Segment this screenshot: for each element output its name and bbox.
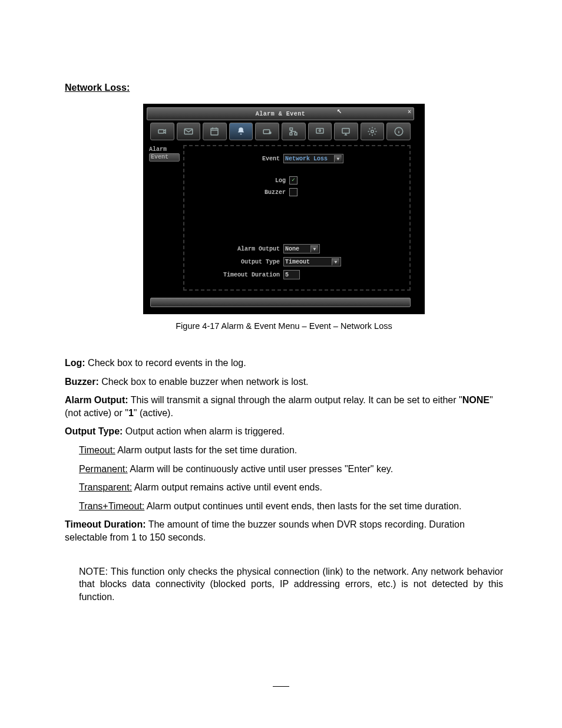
alarm-output-bold: Alarm Output: [65, 395, 128, 405]
page-footer-rule [273, 686, 289, 687]
timeout-duration-value: 5 [285, 272, 289, 278]
buzzer-label: Buzzer [265, 189, 286, 196]
ao-pre: This will transmit a signal through the … [128, 395, 462, 405]
timeout-duration-bold: Timeout Duration: [65, 519, 146, 529]
timeout-duration-label: Timeout Duration [223, 272, 280, 278]
event-label: Event [262, 156, 280, 162]
buzzer-checkbox[interactable] [289, 188, 297, 196]
window-titlebar: Alarm & Event × ↖ [147, 107, 414, 120]
output-type-bold: Output Type: [65, 426, 123, 436]
sidebar: Alarm Event [147, 144, 182, 294]
ao-one: 1 [128, 408, 134, 418]
log-label: Log [275, 177, 286, 184]
chevron-down-icon: ▼ [332, 258, 339, 265]
note-bold: NOTE: [79, 566, 108, 577]
rec-disk-icon[interactable] [255, 123, 279, 140]
trans-timeout-u: Trans+Timeout: [79, 501, 144, 511]
perm-bold: Enter [348, 464, 371, 474]
para-note: NOTE: This function only checks the phys… [65, 565, 503, 604]
ao-none: NONE [462, 395, 490, 405]
log-bold: Log: [65, 358, 85, 368]
svg-rect-8 [316, 129, 323, 133]
para-buzzer: Buzzer: Check box to enable buzzer when … [65, 375, 503, 388]
event-value: Network Loss [285, 156, 328, 162]
alarm-output-label: Alarm Output [237, 246, 280, 252]
timeout-u: Timeout: [79, 445, 115, 455]
sidebar-item-event[interactable]: Event [149, 153, 180, 162]
calendar-icon[interactable] [203, 123, 227, 140]
output-type-text: Output action when alarm is triggered. [123, 426, 285, 436]
buzzer-bold: Buzzer: [65, 377, 99, 387]
chevron-down-icon: ▼ [310, 245, 318, 252]
log-text: Check box to record events in the log. [85, 358, 246, 368]
network-icon[interactable] [282, 123, 306, 140]
para-timeout-duration: Timeout Duration: The amount of time the… [65, 518, 503, 543]
svg-rect-6 [290, 133, 292, 135]
ao-post: " (active). [134, 408, 173, 418]
alarm-output-value: None [285, 246, 299, 252]
sidebar-item-alarm[interactable]: Alarm [149, 146, 180, 153]
figure-caption: Figure 4-17 Alarm & Event Menu – Event –… [65, 321, 503, 331]
para-alarm-output: Alarm Output: This will transmit a signa… [65, 394, 503, 419]
sub-transparent: Transparent: Alarm output remains active… [65, 481, 503, 494]
perm-pre: Alarm will be continuously active until … [128, 464, 348, 474]
svg-rect-10 [342, 129, 349, 133]
sub-permanent: Permanent: Alarm will be continuously ac… [65, 463, 503, 476]
svg-rect-5 [290, 128, 293, 130]
para-log: Log: Check box to record events in the l… [65, 357, 503, 370]
window-title: Alarm & Event [256, 111, 306, 117]
perm-post: " key. [371, 464, 393, 474]
log-checkbox[interactable]: ✓ [289, 176, 297, 185]
output-type-dropdown[interactable]: Timeout ▼ [283, 257, 341, 266]
form-panel: Event Network Loss ▼ Log ✓ Buzzer [183, 145, 411, 291]
output-type-label: Output Type [241, 259, 280, 265]
cursor-icon: ↖ [337, 106, 342, 116]
event-dropdown[interactable]: Network Loss ▼ [283, 154, 343, 163]
display-icon[interactable] [308, 123, 332, 140]
para-output-type: Output Type: Output action when alarm is… [65, 425, 503, 438]
monitor-icon[interactable] [334, 123, 358, 140]
svg-point-11 [371, 130, 374, 133]
svg-point-4 [269, 132, 271, 134]
gear-icon[interactable] [361, 123, 385, 140]
permanent-u: Permanent: [79, 464, 128, 474]
output-type-value: Timeout [285, 259, 310, 265]
svg-point-9 [319, 130, 320, 131]
transparent-u: Transparent: [79, 482, 132, 492]
bell-icon[interactable] [229, 123, 253, 140]
envelope-icon[interactable] [177, 123, 201, 140]
sub-timeout: Timeout: Alarm output lasts for the set … [65, 444, 503, 457]
svg-rect-0 [158, 130, 164, 133]
note-text: This function only checks the physical c… [79, 566, 503, 602]
document-page: Network Loss: Alarm & Event × ↖ [0, 0, 562, 728]
window-body: Alarm Event Event Network Loss ▼ [147, 144, 414, 294]
camera-icon[interactable] [150, 123, 174, 140]
sub-trans-timeout: Trans+Timeout: Alarm output continues un… [65, 500, 503, 513]
section-heading: Network Loss: [65, 83, 503, 93]
close-icon[interactable]: × [408, 109, 411, 116]
transparent-text: Alarm output remains active until event … [132, 482, 322, 492]
toolbar [147, 120, 414, 144]
buzzer-text: Check box to enable buzzer when network … [99, 377, 309, 387]
dvr-window: Alarm & Event × ↖ Alarm Event [147, 107, 414, 307]
trans-timeout-text: Alarm output continues until event ends,… [144, 501, 461, 511]
chevron-down-icon: ▼ [334, 155, 342, 162]
window-footer [150, 298, 411, 307]
svg-rect-2 [211, 129, 218, 135]
svg-rect-3 [263, 130, 270, 134]
timeout-text: Alarm output lasts for the set time dura… [115, 445, 297, 455]
svg-rect-7 [295, 133, 297, 135]
timeout-duration-input[interactable]: 5 [283, 270, 300, 279]
alarm-output-dropdown[interactable]: None ▼ [283, 244, 320, 253]
figure-screenshot: Alarm & Event × ↖ Alarm Event [143, 104, 425, 314]
info-icon[interactable] [386, 123, 411, 140]
